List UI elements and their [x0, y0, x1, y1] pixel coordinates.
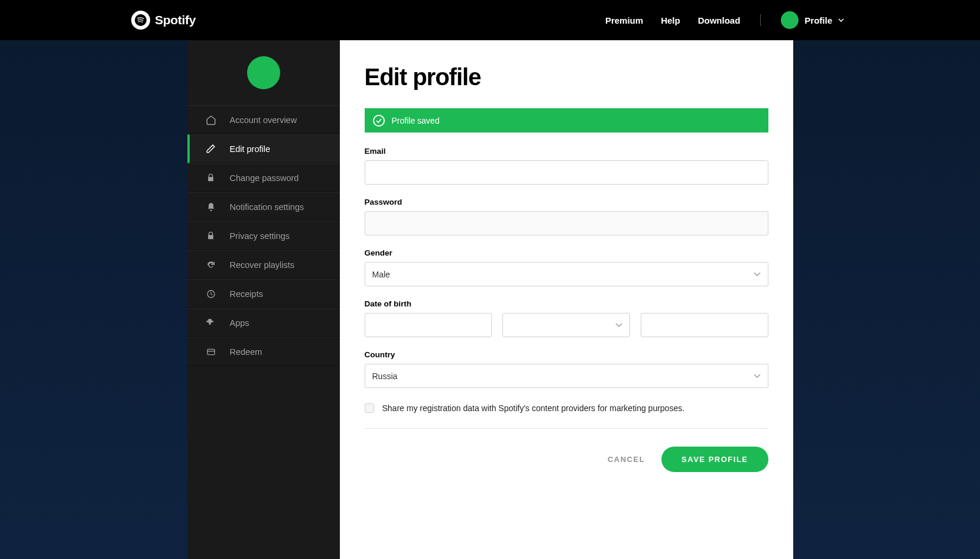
country-select-value: Russia [372, 371, 398, 381]
alert-text: Profile saved [392, 116, 440, 125]
sidebar-item-change-password[interactable]: Change password [187, 163, 340, 192]
spotify-logo-icon [131, 11, 150, 30]
password-field[interactable] [365, 211, 768, 235]
sidebar-item-account-overview[interactable]: Account overview [187, 105, 340, 134]
dob-label: Date of birth [365, 299, 768, 308]
card-icon [205, 346, 217, 358]
sidebar-item-notification-settings[interactable]: Notification settings [187, 192, 340, 221]
check-circle-icon [373, 115, 385, 127]
sidebar-item-redeem[interactable]: Redeem [187, 337, 340, 366]
gender-select-value: Male [372, 270, 390, 279]
svg-rect-2 [207, 349, 215, 354]
divider [365, 428, 768, 429]
bell-icon [205, 201, 217, 213]
nav-premium[interactable]: Premium [605, 15, 643, 25]
top-navbar: Spotify Premium Help Download Profile [0, 0, 980, 40]
sidebar-item-recover-playlists[interactable]: Recover playlists [187, 250, 340, 279]
pencil-icon [205, 143, 217, 155]
sidebar-item-privacy-settings[interactable]: Privacy settings [187, 221, 340, 250]
sidebar-item-label: Receipts [230, 289, 263, 299]
lock-icon [205, 172, 217, 184]
nav-separator [760, 14, 761, 26]
nav-download[interactable]: Download [698, 15, 741, 25]
gender-label: Gender [365, 248, 768, 257]
sidebar-item-edit-profile[interactable]: Edit profile [187, 134, 340, 163]
nav-help[interactable]: Help [661, 15, 680, 25]
refresh-icon [205, 259, 217, 271]
brand-name: Spotify [155, 13, 196, 27]
dob-month-select[interactable] [502, 313, 630, 337]
sidebar-item-label: Change password [230, 173, 299, 183]
email-label: Email [365, 147, 768, 156]
password-label: Password [365, 198, 768, 206]
sidebar-item-apps[interactable]: Apps [187, 308, 340, 337]
chevron-down-icon [754, 272, 761, 277]
spotify-logo[interactable]: Spotify [131, 11, 196, 30]
clock-icon [205, 288, 217, 300]
success-alert: Profile saved [365, 108, 768, 133]
chevron-down-icon [838, 18, 844, 22]
sidebar-item-receipts[interactable]: Receipts [187, 279, 340, 308]
chevron-down-icon [754, 374, 761, 379]
sidebar-item-label: Edit profile [230, 144, 271, 154]
sidebar-item-label: Apps [230, 318, 249, 328]
sidebar-item-label: Privacy settings [230, 231, 290, 241]
country-select[interactable]: Russia [365, 364, 768, 388]
avatar [247, 56, 280, 89]
gender-select[interactable]: Male [365, 262, 768, 286]
puzzle-icon [205, 317, 217, 329]
dob-year-field[interactable] [641, 313, 768, 337]
sidebar-item-label: Recover playlists [230, 260, 295, 270]
sidebar-item-label: Redeem [230, 347, 262, 357]
share-data-label: Share my registration data with Spotify'… [382, 403, 685, 413]
home-icon [205, 114, 217, 126]
account-sidebar: Account overview Edit profile Change pas… [187, 40, 340, 559]
email-field[interactable] [365, 160, 768, 185]
sidebar-item-label: Notification settings [230, 202, 304, 212]
chevron-down-icon [615, 323, 622, 328]
cancel-button[interactable]: CANCEL [608, 455, 645, 464]
main-content: Edit profile Profile saved Email Passwor… [340, 40, 793, 559]
sidebar-item-label: Account overview [230, 115, 297, 125]
share-data-checkbox[interactable] [365, 403, 374, 413]
avatar [781, 11, 799, 29]
dob-day-field[interactable] [365, 313, 492, 337]
lock-icon [205, 230, 217, 242]
save-profile-button[interactable]: SAVE PROFILE [661, 447, 768, 472]
country-label: Country [365, 350, 768, 359]
nav-profile-label: Profile [804, 15, 832, 25]
page-title: Edit profile [365, 64, 768, 91]
nav-profile-menu[interactable]: Profile [781, 11, 844, 29]
